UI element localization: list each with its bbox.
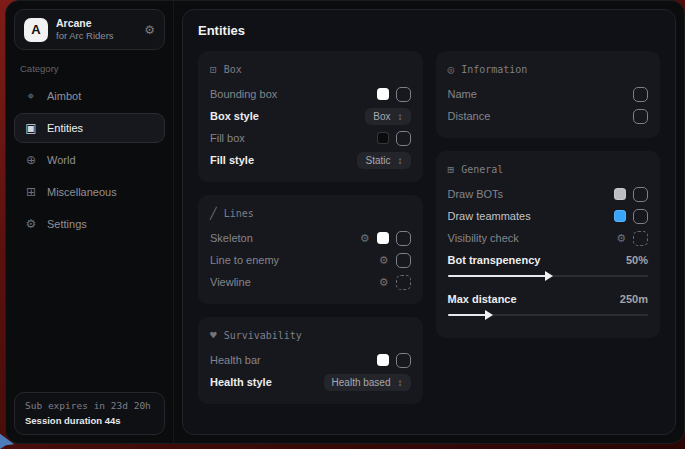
checkbox[interactable]: [396, 231, 411, 246]
general-card-header: ⊞ General: [448, 163, 649, 176]
dropdown-value: Box: [373, 111, 390, 122]
checkbox[interactable]: [633, 187, 648, 202]
slider-value: 250m: [620, 293, 648, 305]
grid-icon: ⊞: [448, 163, 455, 176]
checkbox[interactable]: [396, 275, 411, 290]
globe-icon: ⊕: [24, 153, 38, 167]
information-card: ◎ Information Name Distance: [436, 51, 661, 138]
health-icon: ♥: [210, 329, 217, 342]
slider-thumb[interactable]: [485, 310, 493, 320]
info-icon: ◎: [448, 63, 455, 76]
setting-label: Fill style: [210, 154, 254, 166]
right-column: ◎ Information Name Distance ⊞: [436, 51, 661, 404]
bot-transparency-slider[interactable]: [448, 271, 649, 281]
card-title: Information: [461, 64, 527, 75]
checkbox[interactable]: [633, 209, 648, 224]
setting-label: Draw teammates: [448, 210, 531, 222]
subscription-card: Sub expires in 23d 20h Session duration …: [14, 392, 165, 435]
setting-row: Health bar: [210, 349, 411, 371]
box-icon: ⊡: [210, 63, 217, 76]
columns: ⊡ Box Bounding box Box style Box: [198, 51, 660, 404]
sidebar-item-settings[interactable]: ⚙ Settings: [14, 209, 165, 239]
color-swatch[interactable]: [614, 188, 626, 200]
general-card: ⊞ General Draw BOTs Draw teammates: [436, 151, 661, 338]
app-window: A Arcane for Arc Riders ⚙ Category ⌖ Aim…: [5, 0, 685, 444]
slider-thumb[interactable]: [545, 271, 553, 281]
box-card-header: ⊡ Box: [210, 63, 411, 76]
checkbox[interactable]: [633, 231, 648, 246]
slider-label-row: Bot transpenency 50%: [448, 249, 649, 271]
health-style-dropdown[interactable]: Health based ↕: [324, 374, 411, 391]
checkbox[interactable]: [396, 131, 411, 146]
sidebar-item-world[interactable]: ⊕ World: [14, 145, 165, 175]
setting-row: Bounding box: [210, 83, 411, 105]
crosshair-icon: ⌖: [24, 89, 38, 103]
app-header-card: A Arcane for Arc Riders ⚙: [14, 9, 165, 50]
setting-row: Name: [448, 83, 649, 105]
survivability-card: ♥ Survivability Health bar Health style: [198, 317, 423, 404]
sidebar-item-aimbot[interactable]: ⌖ Aimbot: [14, 81, 165, 111]
color-swatch[interactable]: [377, 132, 389, 144]
setting-row: Distance: [448, 105, 649, 127]
sidebar-item-label: World: [47, 154, 76, 166]
setting-label: Name: [448, 88, 477, 100]
setting-label: Bounding box: [210, 88, 277, 100]
line-icon: ╱: [210, 207, 217, 220]
max-distance-slider[interactable]: [448, 310, 649, 320]
sub-expires-text: Sub expires in 23d 20h: [25, 400, 154, 411]
setting-label: Health style: [210, 376, 272, 388]
setting-label: Bot transpenency: [448, 254, 541, 266]
color-swatch[interactable]: [377, 354, 389, 366]
app-meta: Arcane for Arc Riders: [56, 17, 114, 42]
sidebar-item-label: Settings: [47, 218, 87, 230]
checkbox[interactable]: [633, 109, 648, 124]
card-title: General: [461, 164, 503, 175]
category-label: Category: [20, 63, 159, 74]
setting-row: Draw teammates: [448, 205, 649, 227]
color-swatch[interactable]: [377, 88, 389, 100]
box-style-dropdown[interactable]: Box ↕: [365, 108, 410, 125]
slider-value: 50%: [626, 254, 648, 266]
gear-icon[interactable]: ⚙: [616, 232, 626, 245]
checkbox[interactable]: [633, 87, 648, 102]
session-duration-text: Session duration 44s: [25, 415, 154, 426]
setting-label: Viewline: [210, 276, 251, 288]
fill-style-dropdown[interactable]: Static ↕: [357, 152, 410, 169]
gear-icon[interactable]: ⚙: [379, 276, 389, 289]
information-card-header: ◎ Information: [448, 63, 649, 76]
gear-icon[interactable]: ⚙: [379, 254, 389, 267]
grid-icon: ⊞: [24, 185, 38, 199]
gear-icon[interactable]: ⚙: [360, 232, 370, 245]
setting-row: Fill style Static ↕: [210, 149, 411, 171]
setting-row: Health style Health based ↕: [210, 371, 411, 393]
app-logo: A: [24, 18, 48, 42]
card-title: Survivability: [224, 330, 302, 341]
gear-icon: ⚙: [24, 217, 38, 231]
color-swatch[interactable]: [377, 232, 389, 244]
app-title: Arcane: [56, 17, 114, 30]
setting-label: Box style: [210, 110, 259, 122]
sidebar-item-label: Aimbot: [47, 90, 81, 102]
setting-row: Box style Box ↕: [210, 105, 411, 127]
sidebar-item-entities[interactable]: ▣ Entities: [14, 113, 165, 143]
setting-label: Health bar: [210, 354, 261, 366]
setting-label: Line to enemy: [210, 254, 279, 266]
setting-label: Draw BOTs: [448, 188, 504, 200]
checkbox[interactable]: [396, 87, 411, 102]
app-subtitle: for Arc Riders: [56, 30, 114, 42]
slider-label-row: Max distance 250m: [448, 288, 649, 310]
setting-label: Fill box: [210, 132, 245, 144]
sidebar-item-label: Entities: [47, 122, 83, 134]
setting-row: Line to enemy ⚙: [210, 249, 411, 271]
color-swatch[interactable]: [614, 210, 626, 222]
checkbox[interactable]: [396, 353, 411, 368]
setting-label: Visibility check: [448, 232, 519, 244]
survivability-card-header: ♥ Survivability: [210, 329, 411, 342]
checkbox[interactable]: [396, 253, 411, 268]
setting-label: Skeleton: [210, 232, 253, 244]
setting-row: Fill box: [210, 127, 411, 149]
dropdown-value: Health based: [332, 377, 391, 388]
box-card: ⊡ Box Bounding box Box style Box: [198, 51, 423, 182]
gear-icon[interactable]: ⚙: [144, 23, 155, 37]
sidebar-item-miscellaneous[interactable]: ⊞ Miscellaneous: [14, 177, 165, 207]
